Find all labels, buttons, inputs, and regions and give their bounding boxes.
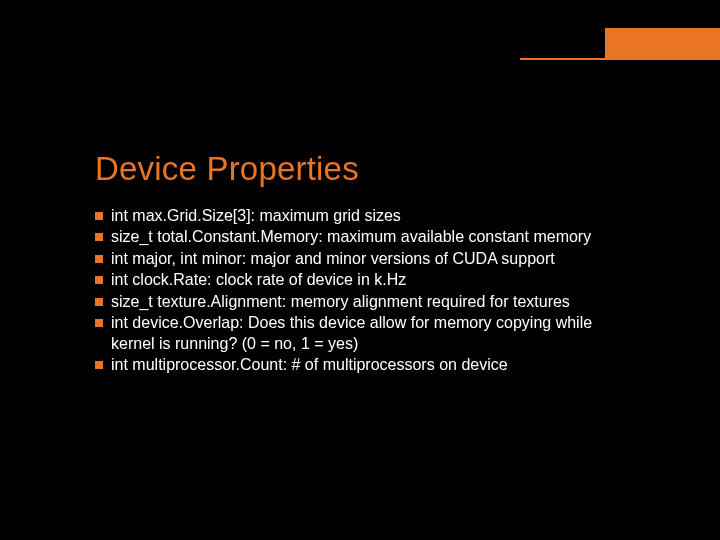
list-item: int major, int minor: major and minor ve…	[95, 249, 640, 269]
list-item: int device.Overlap: Does this device all…	[95, 313, 640, 354]
accent-bar	[605, 28, 720, 58]
list-item: int clock.Rate: clock rate of device in …	[95, 270, 640, 290]
slide-content: Device Properties int max.Grid.Size[3]: …	[95, 150, 640, 377]
bullet-list: int max.Grid.Size[3]: maximum grid sizes…	[95, 206, 640, 376]
list-item: int max.Grid.Size[3]: maximum grid sizes	[95, 206, 640, 226]
list-item: int multiprocessor.Count: # of multiproc…	[95, 355, 640, 375]
accent-line	[520, 58, 720, 60]
list-item: size_t total.Constant.Memory: maximum av…	[95, 227, 640, 247]
list-item: size_t texture.Alignment: memory alignme…	[95, 292, 640, 312]
slide-title: Device Properties	[95, 150, 640, 188]
